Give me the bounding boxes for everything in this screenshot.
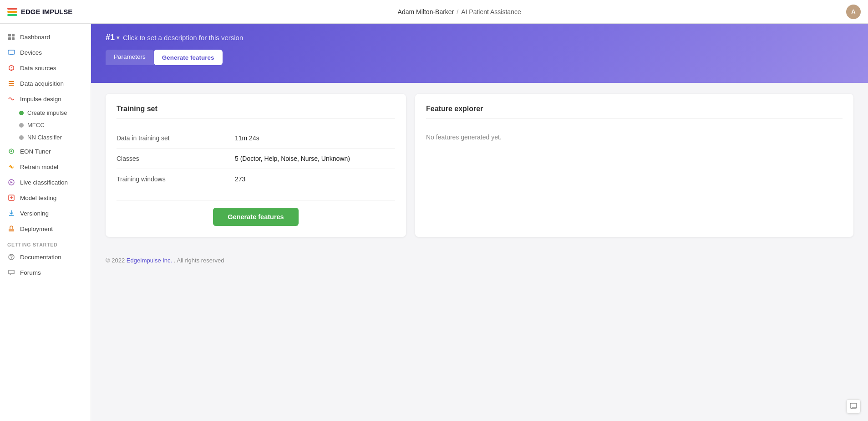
- version-number: #1: [106, 33, 115, 42]
- sidebar-label-documentation: Documentation: [20, 254, 61, 261]
- training-table: Data in training set 11m 24s Classes 5 (…: [117, 128, 395, 189]
- sidebar-item-deployment[interactable]: Deployment: [0, 221, 91, 236]
- row-label-classes: Classes: [117, 149, 235, 169]
- svg-point-10: [10, 150, 12, 152]
- sidebar-label-dashboard: Dashboard: [20, 34, 50, 41]
- sidebar-label-devices: Devices: [20, 49, 42, 56]
- table-row: Classes 5 (Doctor, Help, Noise, Nurse, U…: [117, 149, 395, 169]
- generate-features-button[interactable]: Generate features: [213, 208, 298, 226]
- version-row: #1 ▾ Click to set a description for this…: [106, 33, 853, 42]
- documentation-icon: [7, 253, 15, 261]
- logo-text: EDGE IMPULSE: [21, 8, 72, 15]
- footer-link[interactable]: EdgeImpulse Inc.: [127, 257, 174, 264]
- retrain-model-icon: [7, 163, 15, 171]
- mfcc-dot: [19, 123, 24, 128]
- footer-link-text: EdgeImpulse Inc.: [127, 257, 172, 264]
- svg-rect-0: [8, 34, 11, 36]
- row-value-training-windows: 273: [235, 169, 395, 190]
- sidebar-label-mfcc: MFCC: [27, 122, 45, 128]
- model-testing-icon: [7, 194, 15, 202]
- impulse-design-icon: [7, 95, 15, 103]
- svg-rect-4: [8, 50, 15, 54]
- breadcrumb-project: AI Patient Assistance: [461, 8, 521, 15]
- svg-point-15: [11, 258, 12, 259]
- nn-classifier-dot: [19, 135, 24, 140]
- svg-rect-5: [10, 54, 13, 55]
- sidebar-item-retrain-model[interactable]: Retrain model: [0, 159, 91, 175]
- sidebar-item-dashboard[interactable]: Dashboard: [0, 29, 91, 45]
- training-set-card: Training set Data in training set 11m 24…: [106, 94, 406, 237]
- forums-icon: [7, 268, 15, 277]
- topbar: EDGE IMPULSE Adam Milton-Barker / AI Pat…: [0, 0, 868, 24]
- sidebar-label-retrain-model: Retrain model: [20, 164, 58, 170]
- breadcrumb: Adam Milton-Barker / AI Patient Assistan…: [398, 8, 521, 15]
- deployment-icon: [7, 225, 15, 233]
- version-badge[interactable]: #1 ▾: [106, 33, 119, 42]
- sidebar-item-live-classification[interactable]: Live classification: [0, 175, 91, 190]
- version-description[interactable]: Click to set a description for this vers…: [123, 34, 243, 41]
- feature-explorer-empty: No features generated yet.: [426, 128, 843, 146]
- svg-rect-13: [9, 229, 14, 231]
- dashboard-icon: [7, 33, 15, 41]
- sidebar-label-model-testing: Model testing: [20, 195, 56, 201]
- sidebar-item-nn-classifier[interactable]: NN Classifier: [19, 131, 91, 144]
- tab-parameters[interactable]: Parameters: [106, 50, 154, 65]
- row-label-data-in-training: Data in training set: [117, 128, 235, 149]
- sidebar-item-mfcc[interactable]: MFCC: [19, 119, 91, 131]
- sidebar-label-deployment: Deployment: [20, 226, 53, 232]
- row-value-classes: 5 (Doctor, Help, Noise, Nurse, Unknown): [235, 149, 395, 169]
- create-impulse-dot: [19, 111, 24, 115]
- svg-rect-7: [9, 83, 14, 84]
- sidebar-item-versioning[interactable]: Versioning: [0, 205, 91, 221]
- eon-tuner-icon: [7, 147, 15, 155]
- sidebar-item-model-testing[interactable]: Model testing: [0, 190, 91, 205]
- sidebar-item-data-sources[interactable]: Data sources: [0, 60, 91, 76]
- sidebar-item-documentation[interactable]: Documentation: [0, 249, 91, 265]
- devices-icon: [7, 48, 15, 56]
- sidebar-item-data-acquisition[interactable]: Data acquisition: [0, 76, 91, 91]
- sidebar-item-eon-tuner[interactable]: EON Tuner: [0, 144, 91, 159]
- sidebar-label-versioning: Versioning: [20, 210, 49, 217]
- sidebar-label-eon-tuner: EON Tuner: [20, 148, 51, 155]
- generate-btn-wrap: Generate features: [117, 200, 395, 226]
- page-header: #1 ▾ Click to set a description for this…: [91, 24, 868, 83]
- row-value-data-in-training: 11m 24s: [235, 128, 395, 149]
- footer-rights: . All rights reserved: [174, 257, 224, 264]
- training-set-title: Training set: [117, 105, 395, 119]
- sidebar-label-data-acquisition: Data acquisition: [20, 80, 64, 87]
- main-content: #1 ▾ Click to set a description for this…: [91, 24, 868, 421]
- sidebar-label-impulse-design: Impulse design: [20, 96, 61, 103]
- row-label-training-windows: Training windows: [117, 169, 235, 190]
- svg-rect-2: [8, 37, 11, 40]
- sidebar-label-nn-classifier: NN Classifier: [27, 134, 62, 141]
- sidebar-label-data-sources: Data sources: [20, 65, 56, 72]
- sidebar-label-live-classification: Live classification: [20, 179, 68, 186]
- breadcrumb-separator: /: [457, 8, 458, 15]
- tab-generate-features[interactable]: Generate features: [154, 50, 223, 65]
- sidebar: Dashboard Devices Data sources Data acqu…: [0, 24, 91, 421]
- live-classification-icon: [7, 178, 15, 186]
- svg-rect-1: [12, 34, 15, 36]
- sidebar-item-impulse-design[interactable]: Impulse design: [0, 91, 91, 107]
- logo[interactable]: EDGE IMPULSE: [7, 8, 72, 16]
- feature-explorer-title: Feature explorer: [426, 105, 843, 119]
- feature-explorer-card: Feature explorer No features generated y…: [415, 94, 853, 237]
- versioning-icon: [7, 209, 15, 217]
- sidebar-item-forums[interactable]: Forums: [0, 265, 91, 280]
- table-row: Training windows 273: [117, 169, 395, 190]
- sidebar-sub-menu: Create impulse MFCC NN Classifier: [0, 107, 91, 144]
- sidebar-item-create-impulse[interactable]: Create impulse: [19, 107, 91, 119]
- tabs-row: Parameters Generate features: [106, 50, 853, 65]
- data-acquisition-icon: [7, 79, 15, 87]
- logo-icon: [7, 8, 17, 16]
- chat-icon[interactable]: [846, 399, 861, 414]
- sidebar-item-devices[interactable]: Devices: [0, 45, 91, 60]
- svg-rect-3: [12, 37, 15, 40]
- footer: © 2022 EdgeImpulse Inc. . All rights res…: [91, 248, 868, 273]
- footer-copyright: © 2022: [106, 257, 125, 264]
- table-row: Data in training set 11m 24s: [117, 128, 395, 149]
- avatar[interactable]: A: [846, 5, 861, 19]
- content-area: Training set Data in training set 11m 24…: [91, 83, 868, 248]
- sidebar-label-create-impulse: Create impulse: [27, 109, 67, 116]
- breadcrumb-username: Adam Milton-Barker: [398, 8, 454, 15]
